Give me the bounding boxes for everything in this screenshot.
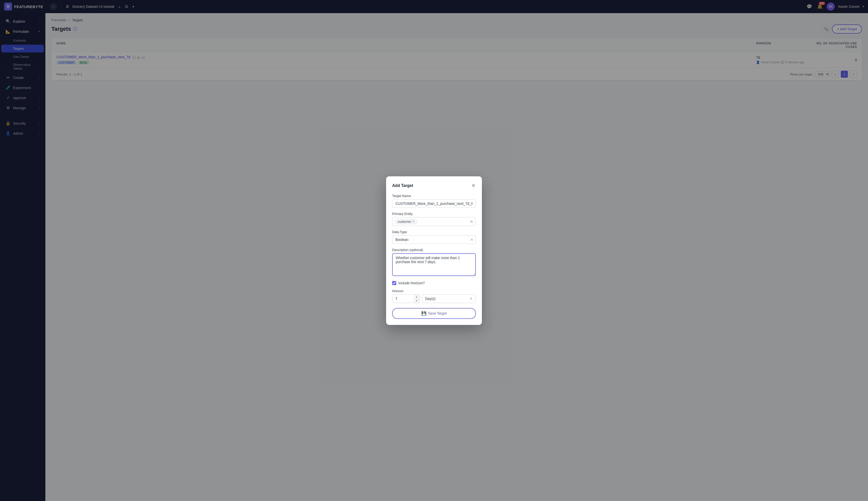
customer-tag-text: customer [398,220,411,224]
include-horizon-checkbox[interactable] [392,281,396,285]
horizon-label: Horizon [392,289,476,293]
horizon-group: Horizon ▲ ▼ Day(s) ✕ [392,289,476,303]
primary-entity-input[interactable]: customer ✕ ✕ [392,217,476,226]
modal-header: Add Target ✕ [392,182,476,189]
horizon-unit-display[interactable]: Day(s) ✕ [422,295,476,303]
save-icon: 💾 [421,311,427,316]
data-type-wrapper: ✕ [392,235,476,244]
horizon-number-wrapper: ▲ ▼ [392,295,420,303]
modal-title: Add Target [392,183,413,188]
primary-entity-group: Primary Entity customer ✕ ✕ [392,212,476,226]
save-target-button[interactable]: 💾 Save Target [392,308,476,319]
target-name-group: Target Name [392,194,476,208]
data-type-label: Data Type [392,230,476,234]
target-name-label: Target Name [392,194,476,198]
include-horizon-label[interactable]: Include Horizon? [398,281,425,285]
include-horizon-row: Include Horizon? [392,281,476,285]
horizon-unit-text: Day(s) [425,297,436,301]
customer-tag-pill: customer ✕ [395,219,417,224]
horizon-input-row: ▲ ▼ Day(s) ✕ [392,295,476,303]
data-type-group: Data Type ✕ [392,230,476,244]
remove-customer-tag[interactable]: ✕ [412,220,415,223]
description-textarea[interactable]: Whether customer will make more than 1 p… [392,253,476,276]
target-name-input[interactable] [392,199,476,208]
clear-entity-button[interactable]: ✕ [470,219,473,224]
primary-entity-label: Primary Entity [392,212,476,216]
modal-overlay[interactable]: Add Target ✕ Target Name Primary Entity … [0,0,868,501]
modal-close-button[interactable]: ✕ [471,182,476,189]
horizon-increment-button[interactable]: ▲ [414,295,419,298]
clear-horizon-unit-button[interactable]: ✕ [470,297,473,301]
save-target-label: Save Target [428,311,447,315]
horizon-decrement-button[interactable]: ▼ [414,299,419,302]
clear-data-type-button[interactable]: ✕ [470,238,473,242]
description-label: Description (optional) [392,248,476,252]
horizon-spinners: ▲ ▼ [414,295,419,302]
data-type-input[interactable] [392,235,476,244]
description-group: Description (optional) Whether customer … [392,248,476,277]
add-target-modal: Add Target ✕ Target Name Primary Entity … [386,176,482,325]
